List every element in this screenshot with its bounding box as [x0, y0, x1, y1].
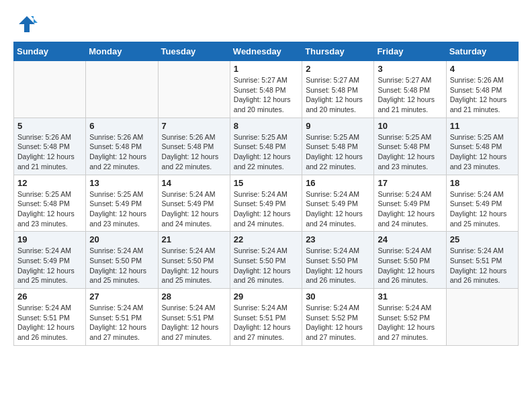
day-info: Sunrise: 5:24 AM Sunset: 5:52 PM Dayligh…	[378, 303, 442, 342]
logo-icon	[16, 13, 38, 35]
calendar-week-2: 5Sunrise: 5:26 AM Sunset: 5:48 PM Daylig…	[14, 118, 519, 175]
day-info: Sunrise: 5:24 AM Sunset: 5:49 PM Dayligh…	[306, 189, 370, 229]
day-info: Sunrise: 5:27 AM Sunset: 5:48 PM Dayligh…	[306, 75, 370, 115]
day-number: 4	[450, 64, 515, 74]
day-number: 19	[17, 234, 82, 244]
day-info: Sunrise: 5:25 AM Sunset: 5:48 PM Dayligh…	[450, 132, 515, 172]
day-number: 6	[89, 121, 154, 131]
day-number: 9	[306, 121, 370, 131]
day-info: Sunrise: 5:24 AM Sunset: 5:49 PM Dayligh…	[234, 189, 298, 229]
calendar-cell: 17Sunrise: 5:24 AM Sunset: 5:49 PM Dayli…	[374, 175, 446, 232]
calendar-cell: 10Sunrise: 5:25 AM Sunset: 5:48 PM Dayli…	[374, 118, 446, 175]
day-info: Sunrise: 5:24 AM Sunset: 5:49 PM Dayligh…	[378, 189, 442, 229]
calendar-week-5: 26Sunrise: 5:24 AM Sunset: 5:51 PM Dayli…	[14, 289, 519, 346]
calendar-cell: 9Sunrise: 5:25 AM Sunset: 5:48 PM Daylig…	[302, 118, 374, 175]
day-number: 26	[17, 291, 82, 302]
header-cell-wednesday: Wednesday	[230, 42, 302, 61]
day-number: 8	[234, 121, 298, 131]
day-number: 21	[162, 234, 226, 244]
day-info: Sunrise: 5:27 AM Sunset: 5:48 PM Dayligh…	[234, 75, 298, 115]
calendar-cell: 20Sunrise: 5:24 AM Sunset: 5:50 PM Dayli…	[86, 232, 158, 289]
header-cell-tuesday: Tuesday	[158, 42, 230, 61]
calendar-cell	[446, 289, 518, 346]
header-cell-friday: Friday	[374, 42, 446, 61]
day-info: Sunrise: 5:26 AM Sunset: 5:48 PM Dayligh…	[162, 132, 226, 172]
day-info: Sunrise: 5:25 AM Sunset: 5:48 PM Dayligh…	[306, 132, 370, 172]
day-number: 17	[378, 178, 442, 188]
svg-marker-0	[19, 16, 35, 32]
calendar-cell: 12Sunrise: 5:25 AM Sunset: 5:48 PM Dayli…	[14, 175, 86, 232]
calendar-cell: 22Sunrise: 5:24 AM Sunset: 5:50 PM Dayli…	[230, 232, 302, 289]
day-info: Sunrise: 5:25 AM Sunset: 5:48 PM Dayligh…	[234, 132, 298, 172]
page-header	[13, 13, 519, 35]
day-info: Sunrise: 5:26 AM Sunset: 5:48 PM Dayligh…	[450, 75, 515, 115]
day-number: 25	[450, 234, 515, 244]
calendar-week-3: 12Sunrise: 5:25 AM Sunset: 5:48 PM Dayli…	[14, 175, 519, 232]
day-info: Sunrise: 5:24 AM Sunset: 5:50 PM Dayligh…	[306, 246, 370, 285]
calendar-cell: 4Sunrise: 5:26 AM Sunset: 5:48 PM Daylig…	[446, 61, 518, 118]
calendar-cell: 19Sunrise: 5:24 AM Sunset: 5:49 PM Dayli…	[14, 232, 86, 289]
day-number: 5	[17, 121, 82, 131]
calendar-cell: 27Sunrise: 5:24 AM Sunset: 5:51 PM Dayli…	[86, 289, 158, 346]
day-info: Sunrise: 5:24 AM Sunset: 5:51 PM Dayligh…	[162, 303, 226, 342]
calendar-cell: 3Sunrise: 5:27 AM Sunset: 5:48 PM Daylig…	[374, 61, 446, 118]
calendar-cell: 6Sunrise: 5:26 AM Sunset: 5:48 PM Daylig…	[86, 118, 158, 175]
day-number: 23	[306, 234, 370, 244]
day-info: Sunrise: 5:24 AM Sunset: 5:49 PM Dayligh…	[450, 189, 515, 229]
day-info: Sunrise: 5:24 AM Sunset: 5:51 PM Dayligh…	[89, 303, 154, 342]
header-cell-saturday: Saturday	[446, 42, 518, 61]
day-info: Sunrise: 5:24 AM Sunset: 5:50 PM Dayligh…	[89, 246, 154, 285]
header-cell-sunday: Sunday	[14, 42, 86, 61]
calendar-table: SundayMondayTuesdayWednesdayThursdayFrid…	[13, 42, 519, 346]
calendar-cell: 24Sunrise: 5:24 AM Sunset: 5:50 PM Dayli…	[374, 232, 446, 289]
day-number: 13	[89, 178, 154, 188]
day-number: 20	[89, 234, 154, 244]
day-number: 27	[89, 291, 154, 302]
logo	[13, 13, 38, 35]
day-number: 30	[306, 291, 370, 302]
day-number: 1	[234, 64, 298, 74]
day-number: 14	[162, 178, 226, 188]
calendar-header: SundayMondayTuesdayWednesdayThursdayFrid…	[14, 42, 519, 61]
day-info: Sunrise: 5:24 AM Sunset: 5:51 PM Dayligh…	[17, 303, 82, 342]
day-info: Sunrise: 5:24 AM Sunset: 5:50 PM Dayligh…	[234, 246, 298, 285]
day-info: Sunrise: 5:26 AM Sunset: 5:48 PM Dayligh…	[89, 132, 154, 172]
calendar-cell: 15Sunrise: 5:24 AM Sunset: 5:49 PM Dayli…	[230, 175, 302, 232]
day-number: 24	[378, 234, 442, 244]
day-number: 22	[234, 234, 298, 244]
calendar-cell: 25Sunrise: 5:24 AM Sunset: 5:51 PM Dayli…	[446, 232, 518, 289]
calendar-week-4: 19Sunrise: 5:24 AM Sunset: 5:49 PM Dayli…	[14, 232, 519, 289]
calendar-cell: 7Sunrise: 5:26 AM Sunset: 5:48 PM Daylig…	[158, 118, 230, 175]
calendar-cell	[158, 61, 230, 118]
day-number: 2	[306, 64, 370, 74]
day-number: 15	[234, 178, 298, 188]
day-info: Sunrise: 5:27 AM Sunset: 5:48 PM Dayligh…	[378, 75, 442, 115]
calendar-cell: 26Sunrise: 5:24 AM Sunset: 5:51 PM Dayli…	[14, 289, 86, 346]
calendar-cell: 8Sunrise: 5:25 AM Sunset: 5:48 PM Daylig…	[230, 118, 302, 175]
calendar-cell	[14, 61, 86, 118]
day-info: Sunrise: 5:25 AM Sunset: 5:49 PM Dayligh…	[89, 189, 154, 229]
calendar-cell: 30Sunrise: 5:24 AM Sunset: 5:52 PM Dayli…	[302, 289, 374, 346]
day-number: 12	[17, 178, 82, 188]
day-info: Sunrise: 5:24 AM Sunset: 5:49 PM Dayligh…	[162, 189, 226, 229]
day-info: Sunrise: 5:25 AM Sunset: 5:48 PM Dayligh…	[378, 132, 442, 172]
calendar-body: 1Sunrise: 5:27 AM Sunset: 5:48 PM Daylig…	[14, 61, 519, 346]
calendar-cell: 21Sunrise: 5:24 AM Sunset: 5:50 PM Dayli…	[158, 232, 230, 289]
calendar-cell: 5Sunrise: 5:26 AM Sunset: 5:48 PM Daylig…	[14, 118, 86, 175]
day-number: 18	[450, 178, 515, 188]
calendar-cell: 23Sunrise: 5:24 AM Sunset: 5:50 PM Dayli…	[302, 232, 374, 289]
day-info: Sunrise: 5:24 AM Sunset: 5:50 PM Dayligh…	[378, 246, 442, 285]
day-number: 7	[162, 121, 226, 131]
calendar-cell: 28Sunrise: 5:24 AM Sunset: 5:51 PM Dayli…	[158, 289, 230, 346]
calendar-cell: 14Sunrise: 5:24 AM Sunset: 5:49 PM Dayli…	[158, 175, 230, 232]
calendar-week-1: 1Sunrise: 5:27 AM Sunset: 5:48 PM Daylig…	[14, 61, 519, 118]
day-number: 3	[378, 64, 442, 74]
day-info: Sunrise: 5:24 AM Sunset: 5:49 PM Dayligh…	[17, 246, 82, 285]
day-number: 10	[378, 121, 442, 131]
day-info: Sunrise: 5:24 AM Sunset: 5:51 PM Dayligh…	[450, 246, 515, 285]
day-number: 28	[162, 291, 226, 302]
day-info: Sunrise: 5:24 AM Sunset: 5:52 PM Dayligh…	[306, 303, 370, 342]
day-number: 16	[306, 178, 370, 188]
header-cell-thursday: Thursday	[302, 42, 374, 61]
calendar-cell: 18Sunrise: 5:24 AM Sunset: 5:49 PM Dayli…	[446, 175, 518, 232]
